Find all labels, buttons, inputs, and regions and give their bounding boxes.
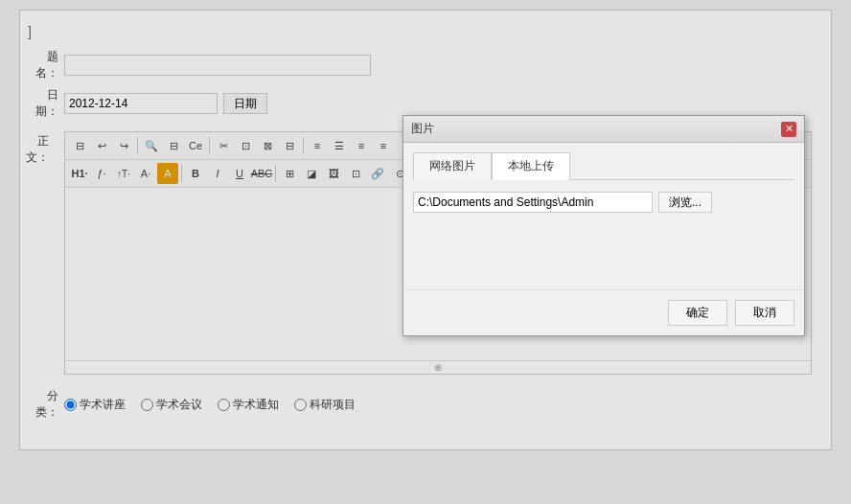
- dialog-footer: 确定 取消: [403, 289, 804, 335]
- file-path-input[interactable]: [413, 192, 653, 213]
- confirm-button[interactable]: 确定: [668, 300, 727, 326]
- dialog-titlebar: 图片 ✕: [403, 116, 804, 143]
- dialog-tab-bar: 网络图片 本地上传: [413, 152, 794, 180]
- cancel-button[interactable]: 取消: [735, 300, 794, 326]
- dialog-close-button[interactable]: ✕: [781, 122, 796, 137]
- tab-local-upload[interactable]: 本地上传: [492, 152, 570, 180]
- browse-button[interactable]: 浏览...: [658, 192, 712, 213]
- image-dialog: 图片 ✕ 网络图片 本地上传 浏览... 确定 取消: [402, 115, 805, 336]
- tab-network-image[interactable]: 网络图片: [413, 152, 492, 180]
- dialog-body: 网络图片 本地上传 浏览...: [403, 143, 804, 232]
- dialog-title: 图片: [411, 121, 434, 137]
- upload-row: 浏览...: [413, 192, 794, 213]
